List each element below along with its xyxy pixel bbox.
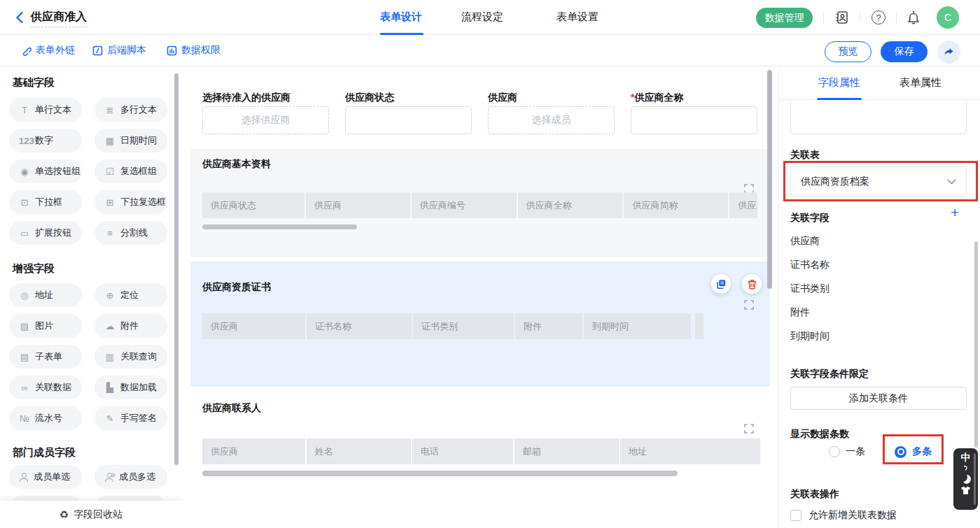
select-supplier-input[interactable]: 选择供应商 — [202, 106, 329, 134]
field-handwritten-signature[interactable]: ✎手写签名 — [94, 406, 167, 430]
canvas-vertical-scrollbar[interactable] — [767, 70, 772, 289]
contact-book-icon[interactable] — [833, 8, 851, 27]
field-related-query[interactable]: ▥关联查询 — [94, 345, 167, 369]
data-permission-button[interactable]: 数据权限 — [167, 44, 220, 57]
field-image[interactable]: ▨图片 — [9, 314, 82, 338]
section-supplier-basic-info[interactable]: 供应商基本资料 供应商状态 供应商 供应商编号 供应商全称 供应商简称 供应产 — [190, 149, 770, 257]
data-permission-label: 数据权限 — [181, 44, 220, 57]
add-condition-button[interactable]: 添加关联条件 — [790, 387, 967, 410]
form-canvas: 选择待准入的供应商 选择供应商 供应商状态 供应商 选择成员 *供应商全称 供应… — [182, 66, 778, 528]
section-supplier-contacts[interactable]: 供应商联系人 供应商 姓名 电话 邮箱 地址 — [190, 391, 770, 528]
notification-bell-icon[interactable] — [904, 8, 923, 27]
floating-widget[interactable]: 中 — [953, 448, 978, 510]
expand-icon[interactable] — [744, 424, 754, 434]
related-field-item[interactable]: 到期时间 — [790, 330, 830, 343]
field-label: 流水号 — [35, 412, 62, 424]
horizontal-scrollbar[interactable] — [202, 471, 678, 476]
field-single-line-text[interactable]: T单行文本 — [9, 98, 82, 122]
condition-limit-label: 关联字段条件限定 — [790, 368, 869, 380]
location-icon: ⊕ — [104, 290, 115, 301]
field-member-multi[interactable]: 成员多选 — [94, 465, 167, 489]
add-related-field-button[interactable]: + — [951, 206, 959, 219]
field-label: 复选框组 — [120, 165, 157, 178]
radio-option-multiple[interactable]: 多条 — [895, 445, 932, 458]
sidebar-scrollbar[interactable] — [174, 73, 178, 465]
supplier-status-input[interactable] — [345, 106, 472, 134]
script-curl-icon — [962, 465, 969, 472]
section-title: 供应商资质证书 — [202, 281, 271, 294]
field-label: 单选按钮组 — [35, 165, 80, 178]
field-label: 数据加载 — [120, 381, 157, 394]
tab-active-underline — [380, 33, 424, 35]
label-text: 供应商 — [488, 92, 517, 103]
horizontal-scrollbar[interactable] — [202, 224, 357, 229]
field-label: 扩展按钮 — [35, 227, 71, 239]
field-checkbox-group[interactable]: ☑复选框组 — [94, 159, 167, 183]
tab-form-setting[interactable]: 表单设置 — [556, 10, 598, 24]
save-button[interactable]: 保存 — [881, 41, 927, 62]
dark-mode-moon-icon[interactable] — [961, 474, 971, 484]
expand-icon[interactable] — [744, 300, 754, 310]
field-label: 分割线 — [120, 227, 148, 239]
app-header: 供应商准入 表单设计 流程设定 表单设置 数据管理 ? — [0, 0, 980, 35]
tab-field-properties[interactable]: 字段属性 — [818, 76, 860, 90]
column-header: 供应商 — [202, 438, 305, 464]
section-supplier-certificates-selected[interactable]: 供应商资质证书 供应商 证书名称 — [190, 262, 770, 387]
field-attachment[interactable]: ☁附件 — [94, 314, 167, 338]
delete-section-button[interactable] — [742, 274, 762, 294]
data-manage-button[interactable]: 数据管理 — [756, 8, 813, 28]
recycle-icon: ♻ — [59, 508, 69, 521]
select-member-input[interactable]: 选择成员 — [488, 106, 615, 134]
form-external-link-button[interactable]: 表单外链 — [21, 44, 75, 57]
back-icon[interactable] — [13, 10, 28, 25]
field-radio-group[interactable]: ◉单选按钮组 — [9, 159, 82, 183]
recycle-label: 字段回收站 — [74, 508, 122, 521]
share-button[interactable] — [937, 41, 960, 64]
field-data-load[interactable]: ▙数据加载 — [94, 376, 167, 399]
backend-script-label: 后端脚本 — [107, 44, 146, 57]
form-external-link-label: 表单外链 — [36, 44, 75, 57]
related-field-item[interactable]: 证书名称 — [790, 259, 830, 271]
preview-button[interactable]: 预览 — [825, 41, 872, 62]
related-field-item[interactable]: 证书类别 — [790, 283, 830, 295]
language-toggle-icon[interactable]: 中 — [961, 452, 971, 463]
user-avatar[interactable]: C — [937, 6, 959, 29]
copy-section-button[interactable] — [711, 274, 731, 294]
copy-icon — [716, 279, 727, 290]
field-multi-dropdown[interactable]: ⊞下拉复选框 — [94, 190, 167, 214]
tab-form-properties[interactable]: 表单属性 — [899, 76, 941, 90]
related-field-item[interactable]: 附件 — [790, 306, 810, 319]
inspector-scrollbar[interactable] — [974, 241, 978, 448]
related-field-item[interactable]: 供应商 — [790, 235, 820, 248]
field-multi-line-text[interactable]: ≣多行文本 — [94, 98, 167, 122]
field-member-single[interactable]: 成员单选 — [9, 465, 82, 489]
field-palette-sidebar: 基础字段 T单行文本 ≣多行文本 123数字 ▦日期时间 ◉单选按钮组 ☑复选框… — [0, 66, 182, 528]
field-location[interactable]: ⊕定位 — [94, 283, 167, 307]
field-title-textarea[interactable] — [790, 100, 967, 134]
tab-form-design[interactable]: 表单设计 — [380, 10, 422, 24]
tab-flow-setting[interactable]: 流程设定 — [461, 10, 503, 24]
related-table-select[interactable]: 供应商资质档案 — [790, 166, 967, 197]
single-line-text-icon: T — [19, 105, 30, 115]
field-dropdown[interactable]: ⊡下拉框 — [9, 190, 82, 214]
field-serial-number[interactable]: №流水号 — [9, 406, 82, 430]
field-datetime[interactable]: ▦日期时间 — [94, 129, 167, 152]
field-extend-button[interactable]: ▭扩展按钮 — [9, 221, 82, 245]
radio-option-single[interactable]: 一条 — [829, 445, 865, 458]
calendar-icon: ▦ — [104, 136, 115, 146]
field-recycle-bin-button[interactable]: ♻ 字段回收站 — [0, 501, 182, 528]
allow-add-related-row[interactable]: 允许新增关联表数据 — [790, 509, 897, 522]
radio-selected-icon — [895, 446, 906, 458]
backend-script-button[interactable]: 后端脚本 — [92, 44, 146, 57]
help-icon[interactable]: ? — [869, 8, 888, 27]
field-divider[interactable]: ≡分割线 — [94, 221, 167, 245]
field-related-data[interactable]: ∞关联数据 — [9, 376, 82, 399]
data-load-chart-icon: ▙ — [104, 383, 115, 393]
field-number[interactable]: 123数字 — [9, 129, 82, 152]
field-address[interactable]: ◎地址 — [9, 283, 82, 307]
field-subform[interactable]: ▤子表单 — [9, 345, 82, 369]
placeholder-text: 选择成员 — [532, 114, 571, 127]
theme-shirt-icon[interactable] — [960, 486, 971, 495]
page-title[interactable]: 供应商准入 — [31, 10, 87, 24]
supplier-full-name-input[interactable] — [631, 106, 757, 134]
